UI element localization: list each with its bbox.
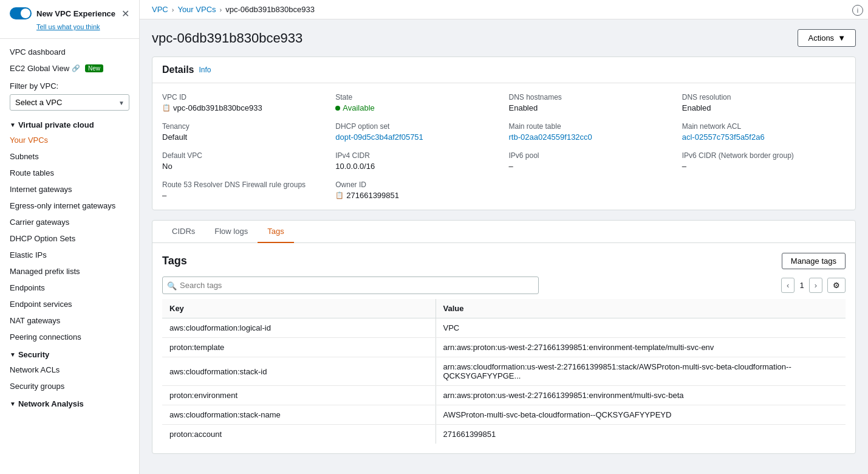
default-vpc-label: Default VPC [162,151,326,160]
main-content: VPC › Your VPCs › vpc-06db391b830bce933 … [140,0,868,474]
ipv4-cidr-text: 10.0.0.0/16 [335,162,375,171]
sidebar-item-dhcp-option-sets[interactable]: DHCP Option Sets [0,230,139,247]
detail-dhcp-option-set: DHCP option set dopt-09d5c3b4af2f05751 [335,122,499,142]
details-card-header: Details Info [152,57,855,83]
status-dot [335,106,340,111]
new-vpc-toggle-row: New VPC Experience ✕ [10,7,129,19]
search-right: ‹ 1 › ⚙ [781,278,846,293]
pagination-prev-button[interactable]: ‹ [781,278,795,293]
breadcrumb-vpc[interactable]: VPC [152,5,168,14]
close-icon[interactable]: ✕ [121,8,129,19]
col-header-key: Key [162,299,436,318]
tags-header: Tags Manage tags [162,253,846,269]
sidebar-item-endpoint-services[interactable]: Endpoint services [0,296,139,312]
sidebar-item-elastic-ips[interactable]: Elastic IPs [0,247,139,263]
nav-section-virtual-private-cloud[interactable]: ▼ Virtual private cloud [0,115,139,132]
dhcp-option-set-link[interactable]: dopt-09d5c3b4af2f05751 [335,132,423,142]
sidebar-item-ec2-global[interactable]: EC2 Global View 🔗 New [0,60,139,77]
detail-tenancy: Tenancy Default [162,122,326,142]
table-settings-button[interactable]: ⚙ [827,278,846,293]
tab-flow-logs[interactable]: Flow logs [205,221,258,243]
ipv6-pool-label: IPv6 pool [509,151,672,160]
actions-button[interactable]: Actions ▼ [798,29,856,47]
sidebar-feedback[interactable]: Tell us what you think [10,22,129,31]
sidebar-header: New VPC Experience ✕ Tell us what you th… [0,0,139,39]
state-text: Available [343,103,375,112]
detail-ipv6-pool: IPv6 pool – [509,151,672,171]
external-link-icon: 🔗 [72,64,80,72]
actions-chevron-icon: ▼ [838,33,846,43]
sidebar-item-security-groups[interactable]: Security groups [0,378,139,394]
info-icon-container: i [852,5,863,16]
sidebar-item-route-tables[interactable]: Route tables [0,165,139,181]
breadcrumb-your-vpcs[interactable]: Your VPCs [177,5,216,14]
route53-text: – [162,191,166,200]
tabs-section: CIDRs Flow logs Tags Tags Manage tags 🔍 [152,220,856,454]
sidebar-item-egress-only[interactable]: Egress-only internet gateways [0,197,139,214]
sidebar-item-nat-gateways[interactable]: NAT gateways [0,312,139,329]
vpc-filter-select[interactable]: Select a VPC [10,94,129,111]
sidebar-item-peering-connections[interactable]: Peering connections [0,329,139,345]
detail-dns-resolution: DNS resolution Enabled [682,93,846,112]
details-info-link[interactable]: Info [199,66,211,74]
ipv6-cidr-value: – [682,162,846,171]
owner-id-label: Owner ID [335,180,499,189]
main-route-table-link[interactable]: rtb-02aa024559f132cc0 [509,132,592,142]
vpc-id-label: VPC ID [162,93,326,101]
tag-value-cell: VPC [436,318,846,338]
sidebar-item-your-vpcs[interactable]: Your VPCs [0,132,139,148]
sidebar-item-network-acls[interactable]: Network ACLs [0,362,139,378]
sidebar-item-endpoints[interactable]: Endpoints [0,280,139,296]
breadcrumb-current: vpc-06db391b830bce933 [225,5,315,14]
global-info-button[interactable]: i [852,5,863,16]
sidebar-item-managed-prefix-lists[interactable]: Managed prefix lists [0,263,139,280]
network-analysis-label: Network Analysis [18,399,84,408]
filter-label: Filter by VPC: [10,81,129,91]
feedback-link[interactable]: Tell us what you think [36,23,100,30]
sidebar-item-vpc-dashboard[interactable]: VPC dashboard [0,44,139,60]
tag-key-cell: proton:template [162,338,436,357]
new-badge: New [85,64,103,72]
route53-value: – [162,191,326,200]
tag-key-cell: aws:cloudformation:stack-name [162,405,436,425]
copy-icon-vpc[interactable]: 📋 [162,104,171,112]
ipv6-pool-value: – [509,162,672,171]
detail-dns-hostnames: DNS hostnames Enabled [509,93,672,112]
sidebar-brand: New VPC Experience [36,9,115,18]
nav-section-network-analysis[interactable]: ▼ Network Analysis [0,394,139,411]
ec2-global-label: EC2 Global View [10,64,69,73]
sidebar-item-internet-gateways[interactable]: Internet gateways [0,181,139,197]
vpc-id-value: 📋 vpc-06db391b830bce933 [162,103,326,112]
manage-tags-button[interactable]: Manage tags [782,253,846,269]
state-label: State [335,93,499,101]
dns-resolution-value: Enabled [682,103,846,112]
sidebar-item-subnets[interactable]: Subnets [0,148,139,165]
nav-section-security[interactable]: ▼ Security [0,345,139,362]
detail-ipv4-cidr: IPv4 CIDR 10.0.0.0/16 [335,151,499,171]
sidebar-item-carrier-gateways[interactable]: Carrier gateways [0,214,139,230]
tab-tags[interactable]: Tags [258,221,293,243]
main-route-table-label: Main route table [509,122,672,131]
tag-key-cell: proton:account [162,425,436,444]
main-network-acl-link[interactable]: acl-02557c753f5a5f2a6 [682,132,765,142]
new-vpc-toggle[interactable] [10,7,32,19]
chevron-down-icon-network: ▼ [10,400,16,407]
dhcp-option-set-value: dopt-09d5c3b4af2f05751 [335,132,499,142]
owner-id-text: 271661399851 [346,191,399,200]
tab-cidrs[interactable]: CIDRs [162,221,205,243]
detail-empty-1 [509,180,672,200]
detail-main-network-acl: Main network ACL acl-02557c753f5a5f2a6 [682,122,846,142]
dns-resolution-text: Enabled [682,103,711,112]
pagination-next-button[interactable]: › [809,278,822,293]
table-row: aws:cloudformation:logical-id VPC [162,318,846,338]
dns-hostnames-text: Enabled [509,103,538,112]
security-section-label: Security [18,350,49,359]
copy-icon-owner[interactable]: 📋 [335,191,344,199]
page-content: vpc-06db391b830bce933 Actions ▼ Details … [140,19,868,474]
tag-value-cell: AWSProton-multi-svc-beta-cloudformation-… [436,405,846,425]
detail-main-route-table: Main route table rtb-02aa024559f132cc0 [509,122,672,142]
details-card: Details Info VPC ID 📋 vpc-06db391b830bce… [152,57,856,210]
tenancy-value: Default [162,132,326,142]
search-tags-input[interactable] [162,276,539,294]
tabs-header: CIDRs Flow logs Tags [152,221,855,243]
